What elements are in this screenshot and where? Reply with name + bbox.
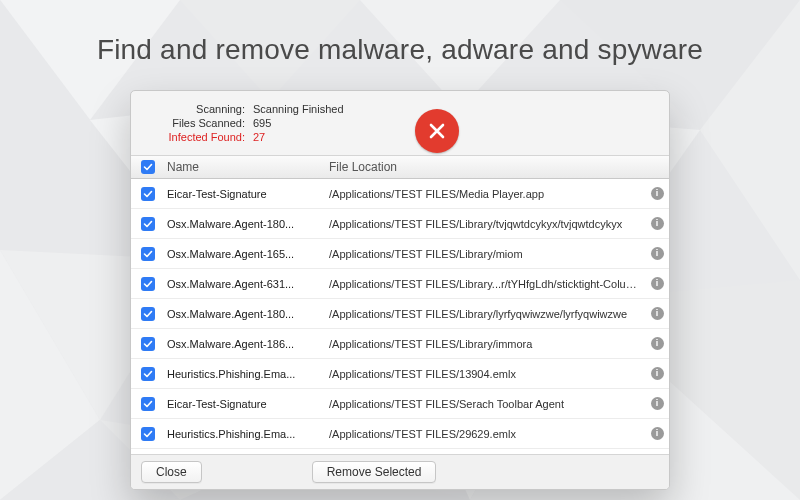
results-list[interactable]: Eicar-Test-Signature/Applications/TEST F… xyxy=(131,179,669,454)
close-button[interactable]: Close xyxy=(141,461,202,483)
info-icon[interactable]: i xyxy=(651,307,664,320)
file-location: /Applications/TEST FILES/13904.emlx xyxy=(325,368,645,380)
scan-results-window: Scanning: Scanning Finished Files Scanne… xyxy=(130,90,670,490)
threat-name: Osx.Malware.Agent-186... xyxy=(165,338,325,350)
threat-name: Osx.Malware.Agent-165... xyxy=(165,248,325,260)
info-icon[interactable]: i xyxy=(651,337,664,350)
scanning-value: Scanning Finished xyxy=(253,103,344,115)
file-location: /Applications/TEST FILES/Library/tvjqwtd… xyxy=(325,218,645,230)
select-all-checkbox[interactable] xyxy=(141,160,155,174)
column-header-location[interactable]: File Location xyxy=(325,160,645,174)
scanning-label: Scanning: xyxy=(145,103,245,115)
file-location: /Applications/TEST FILES/Library...r/tYH… xyxy=(325,278,645,290)
threat-name: Eicar-Test-Signature xyxy=(165,188,325,200)
row-checkbox[interactable] xyxy=(141,427,155,441)
scan-summary: Scanning: Scanning Finished Files Scanne… xyxy=(131,91,669,155)
file-location: /Applications/TEST FILES/Library/lyrfyqw… xyxy=(325,308,645,320)
window-footer: Close Remove Selected xyxy=(131,454,669,489)
table-row[interactable]: Osx.Malware.Agent-631.../Applications/TE… xyxy=(131,269,669,299)
table-row[interactable]: Eicar-Test-Signature/Applications/TEST F… xyxy=(131,179,669,209)
info-icon[interactable]: i xyxy=(651,247,664,260)
table-row[interactable]: Osx.Malware.Agent-180.../Applications/TE… xyxy=(131,209,669,239)
threat-name: Heuristics.Phishing.Ema... xyxy=(165,428,325,440)
info-icon[interactable]: i xyxy=(651,187,664,200)
threat-name: Osx.Malware.Agent-180... xyxy=(165,218,325,230)
info-icon[interactable]: i xyxy=(651,427,664,440)
info-icon[interactable]: i xyxy=(651,367,664,380)
row-checkbox[interactable] xyxy=(141,277,155,291)
stop-scan-button[interactable] xyxy=(415,109,459,153)
row-checkbox[interactable] xyxy=(141,337,155,351)
column-header-row: Name File Location xyxy=(131,155,669,179)
table-row[interactable]: Osx.Malware.Agent-180.../Applications/TE… xyxy=(131,299,669,329)
remove-selected-button[interactable]: Remove Selected xyxy=(312,461,437,483)
threat-name: Osx.Malware.Agent-631... xyxy=(165,278,325,290)
threat-name: Eicar-Test-Signature xyxy=(165,398,325,410)
infected-found-value: 27 xyxy=(253,131,265,143)
info-icon[interactable]: i xyxy=(651,397,664,410)
row-checkbox[interactable] xyxy=(141,217,155,231)
row-checkbox[interactable] xyxy=(141,307,155,321)
table-row[interactable]: Eicar-Test-Signature/Applications/TEST F… xyxy=(131,389,669,419)
close-icon xyxy=(427,121,447,141)
threat-name: Heuristics.Phishing.Ema... xyxy=(165,368,325,380)
column-header-name[interactable]: Name xyxy=(165,160,325,174)
file-location: /Applications/TEST FILES/Serach Toolbar … xyxy=(325,398,645,410)
row-checkbox[interactable] xyxy=(141,247,155,261)
info-icon[interactable]: i xyxy=(651,277,664,290)
row-checkbox[interactable] xyxy=(141,397,155,411)
page-headline: Find and remove malware, adware and spyw… xyxy=(0,34,800,66)
row-checkbox[interactable] xyxy=(141,367,155,381)
files-scanned-label: Files Scanned: xyxy=(145,117,245,129)
file-location: /Applications/TEST FILES/Library/immora xyxy=(325,338,645,350)
table-row[interactable]: Heuristics.Phishing.Ema.../Applications/… xyxy=(131,359,669,389)
infected-found-label: Infected Found: xyxy=(145,131,245,143)
file-location: /Applications/TEST FILES/Library/miom xyxy=(325,248,645,260)
file-location: /Applications/TEST FILES/Media Player.ap… xyxy=(325,188,645,200)
table-row[interactable]: Osx.Malware.Agent-165.../Applications/TE… xyxy=(131,239,669,269)
table-row[interactable]: Heuristics.Phishing.Ema.../Applications/… xyxy=(131,419,669,449)
row-checkbox[interactable] xyxy=(141,187,155,201)
file-location: /Applications/TEST FILES/29629.emlx xyxy=(325,428,645,440)
files-scanned-value: 695 xyxy=(253,117,271,129)
table-row[interactable]: Osx.Malware.Agent-186.../Applications/TE… xyxy=(131,329,669,359)
threat-name: Osx.Malware.Agent-180... xyxy=(165,308,325,320)
info-icon[interactable]: i xyxy=(651,217,664,230)
